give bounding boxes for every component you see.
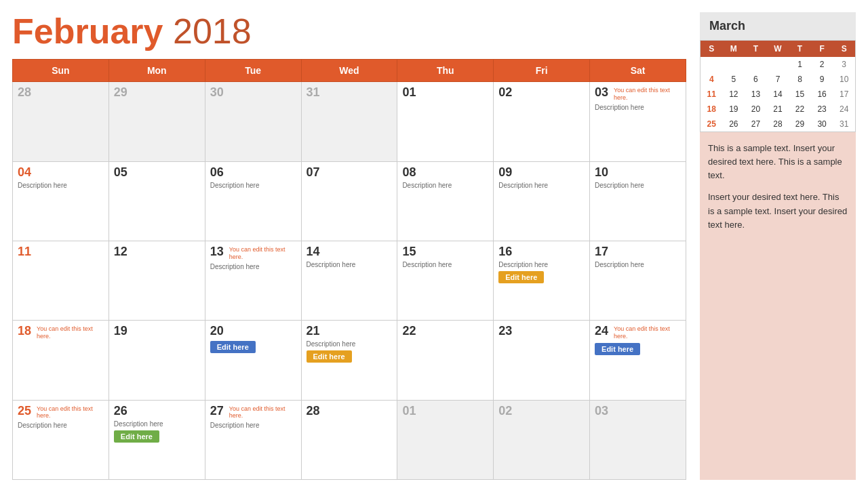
day-top: 14: [307, 245, 393, 259]
side-text-1: This is a sample text. Insert your desir…: [708, 142, 848, 182]
calendar-cell: 20Edit here: [205, 321, 301, 400]
mini-cal-cell: 11: [701, 87, 723, 102]
day-top: 09: [498, 165, 585, 180]
mini-cal-cell: 3: [833, 57, 855, 72]
calendar-cell: 28: [301, 400, 397, 479]
day-top: 17: [595, 245, 681, 259]
day-number: 15: [402, 245, 416, 259]
day-top: 03: [595, 404, 681, 418]
mini-cal-day-header: W: [767, 41, 789, 57]
day-description: Description here: [18, 182, 104, 189]
day-description: Description here: [210, 422, 296, 429]
edit-label-text: You can edit this text here.: [614, 325, 681, 340]
day-number: 13: [210, 245, 224, 259]
calendar-cell: 01: [397, 82, 494, 161]
day-top: 21: [307, 324, 393, 338]
mini-cal-cell: 12: [723, 87, 745, 102]
mini-cal-cell: 7: [767, 72, 789, 87]
calendar-title: February 2018: [12, 12, 686, 51]
day-number: 01: [402, 404, 416, 418]
day-top: 25You can edit this text here.: [18, 404, 104, 420]
mini-cal-cell: 14: [767, 87, 789, 102]
day-number: 02: [498, 85, 512, 100]
day-number: 24: [595, 324, 608, 338]
day-top: 19: [114, 324, 200, 338]
mini-cal-cell: [701, 57, 723, 72]
side-panel: March SMTWTFS 12345678910111213141516171…: [700, 12, 856, 480]
day-description: Description here: [114, 420, 200, 428]
day-number: 25: [18, 404, 31, 418]
day-number: 17: [595, 245, 608, 259]
day-top: 07: [307, 165, 393, 180]
calendar-day-header: Wed: [301, 60, 397, 82]
day-number: 19: [114, 324, 127, 338]
calendar-cell: 22: [397, 321, 494, 400]
calendar-body: 28293031010203You can edit this text her…: [13, 82, 686, 480]
day-top: 30: [210, 85, 296, 100]
mini-cal-cell: 30: [811, 117, 833, 131]
day-description: Description here: [307, 340, 393, 348]
day-number: 30: [210, 85, 224, 100]
calendar-cell: 10Description here: [590, 161, 686, 241]
mini-cal-cell: 28: [767, 117, 789, 131]
calendar-day-header: Sun: [13, 60, 109, 82]
edit-button[interactable]: Edit here: [210, 341, 256, 353]
mini-cal-title: March: [700, 12, 856, 41]
calendar-cell: 17Description here: [590, 241, 686, 320]
calendar-day-header: Mon: [108, 60, 205, 82]
calendar-cell: 02: [494, 82, 590, 161]
calendar-cell: 02: [494, 400, 590, 479]
mini-cal-day-header: S: [833, 41, 855, 57]
mini-cal-cell: 9: [811, 72, 833, 87]
mini-cal-day-header: M: [723, 41, 745, 57]
mini-cal-day-header: T: [789, 41, 811, 57]
day-description: Description here: [498, 182, 585, 189]
day-number: 09: [498, 165, 512, 180]
mini-cal-cell: 26: [723, 117, 745, 131]
mini-cal-cell: 29: [789, 117, 811, 131]
mini-cal-cell: 23: [811, 102, 833, 117]
day-number: 18: [18, 324, 31, 338]
day-number: 21: [307, 324, 320, 338]
day-top: 20: [210, 324, 296, 338]
day-number: 28: [18, 85, 31, 100]
mini-cal-cell: 8: [789, 72, 811, 87]
day-number: 27: [210, 404, 224, 418]
day-description: Description here: [210, 182, 296, 189]
day-top: 05: [114, 165, 200, 180]
calendar-cell: 11: [13, 241, 109, 320]
calendar-day-header: Sat: [590, 60, 686, 82]
day-top: 02: [498, 404, 585, 418]
day-top: 13You can edit this text here.: [210, 245, 296, 261]
mini-cal-cell: 19: [723, 102, 745, 117]
day-description: Description here: [402, 182, 488, 189]
edit-button[interactable]: Edit here: [114, 430, 159, 443]
mini-cal-cell: 1: [789, 57, 811, 72]
day-top: 22: [402, 324, 488, 338]
calendar-cell: 14Description here: [301, 241, 397, 320]
day-number: 03: [595, 404, 608, 418]
edit-button[interactable]: Edit here: [307, 350, 352, 363]
day-number: 10: [595, 165, 608, 180]
day-top: 28: [18, 85, 104, 100]
day-top: 03You can edit this text here.: [595, 85, 681, 102]
calendar-cell: 04Description here: [13, 161, 109, 241]
day-top: 10: [595, 165, 681, 180]
day-top: 15: [402, 245, 488, 259]
edit-label-text: You can edit this text here.: [229, 405, 296, 420]
day-number: 08: [402, 165, 416, 180]
mini-cal-header-row: SMTWTFS: [701, 41, 855, 57]
day-description: Description here: [307, 261, 393, 268]
edit-button[interactable]: Edit here: [498, 271, 544, 283]
calendar-cell: 26Description hereEdit here: [108, 400, 205, 479]
side-text-2: Insert your desired text here. This is a…: [708, 190, 848, 231]
day-number: 12: [114, 245, 127, 259]
day-top: 06: [210, 165, 296, 180]
mini-cal-day-header: T: [745, 41, 767, 57]
calendar-cell: 06Description here: [205, 161, 301, 241]
mini-cal-day-header: S: [701, 41, 723, 57]
day-top: 24You can edit this text here.: [595, 324, 681, 340]
edit-label-text: You can edit this text here.: [229, 246, 296, 261]
edit-button[interactable]: Edit here: [595, 343, 640, 355]
mini-cal-day-header: F: [811, 41, 833, 57]
